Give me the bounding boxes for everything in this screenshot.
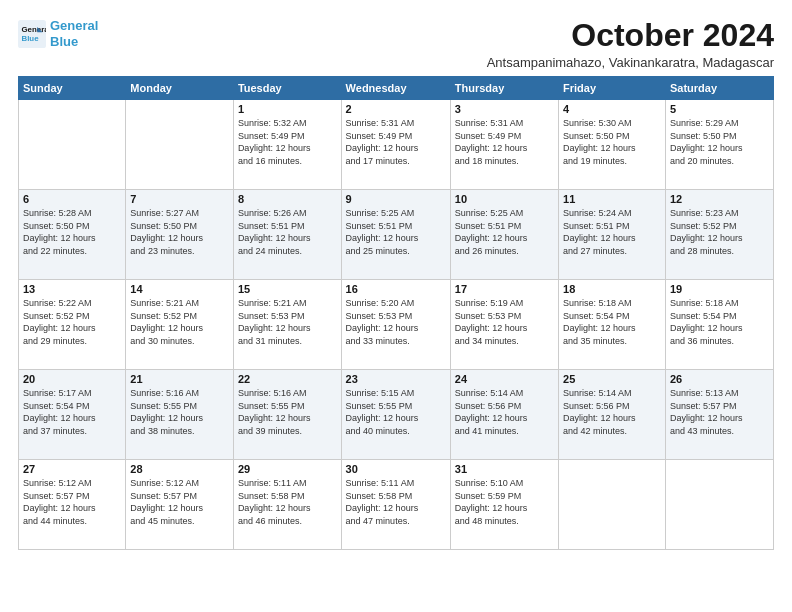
day-info: Sunrise: 5:21 AM Sunset: 5:52 PM Dayligh… <box>130 297 229 347</box>
calendar-week-row: 27Sunrise: 5:12 AM Sunset: 5:57 PM Dayli… <box>19 460 774 550</box>
day-number: 3 <box>455 103 554 115</box>
calendar-cell <box>665 460 773 550</box>
calendar-cell: 20Sunrise: 5:17 AM Sunset: 5:54 PM Dayli… <box>19 370 126 460</box>
calendar-cell: 24Sunrise: 5:14 AM Sunset: 5:56 PM Dayli… <box>450 370 558 460</box>
day-number: 14 <box>130 283 229 295</box>
day-number: 11 <box>563 193 661 205</box>
day-info: Sunrise: 5:20 AM Sunset: 5:53 PM Dayligh… <box>346 297 446 347</box>
calendar-cell: 6Sunrise: 5:28 AM Sunset: 5:50 PM Daylig… <box>19 190 126 280</box>
calendar-cell: 1Sunrise: 5:32 AM Sunset: 5:49 PM Daylig… <box>233 100 341 190</box>
header: General Blue General Blue October 2024 A… <box>18 18 774 70</box>
day-number: 23 <box>346 373 446 385</box>
day-info: Sunrise: 5:11 AM Sunset: 5:58 PM Dayligh… <box>346 477 446 527</box>
day-info: Sunrise: 5:26 AM Sunset: 5:51 PM Dayligh… <box>238 207 337 257</box>
calendar-cell: 29Sunrise: 5:11 AM Sunset: 5:58 PM Dayli… <box>233 460 341 550</box>
calendar-cell: 10Sunrise: 5:25 AM Sunset: 5:51 PM Dayli… <box>450 190 558 280</box>
day-number: 25 <box>563 373 661 385</box>
day-number: 4 <box>563 103 661 115</box>
calendar-cell: 16Sunrise: 5:20 AM Sunset: 5:53 PM Dayli… <box>341 280 450 370</box>
day-info: Sunrise: 5:28 AM Sunset: 5:50 PM Dayligh… <box>23 207 121 257</box>
day-number: 22 <box>238 373 337 385</box>
calendar-header-row: Sunday Monday Tuesday Wednesday Thursday… <box>19 77 774 100</box>
day-number: 26 <box>670 373 769 385</box>
calendar-cell: 3Sunrise: 5:31 AM Sunset: 5:49 PM Daylig… <box>450 100 558 190</box>
day-info: Sunrise: 5:14 AM Sunset: 5:56 PM Dayligh… <box>563 387 661 437</box>
col-friday: Friday <box>559 77 666 100</box>
title-block: October 2024 Antsampanimahazo, Vakinanka… <box>487 18 774 70</box>
day-info: Sunrise: 5:21 AM Sunset: 5:53 PM Dayligh… <box>238 297 337 347</box>
day-info: Sunrise: 5:16 AM Sunset: 5:55 PM Dayligh… <box>238 387 337 437</box>
logo-blue: Blue <box>50 34 78 49</box>
col-thursday: Thursday <box>450 77 558 100</box>
calendar-cell: 23Sunrise: 5:15 AM Sunset: 5:55 PM Dayli… <box>341 370 450 460</box>
day-info: Sunrise: 5:25 AM Sunset: 5:51 PM Dayligh… <box>346 207 446 257</box>
calendar-cell: 7Sunrise: 5:27 AM Sunset: 5:50 PM Daylig… <box>126 190 234 280</box>
logo: General Blue General Blue <box>18 18 98 49</box>
day-info: Sunrise: 5:13 AM Sunset: 5:57 PM Dayligh… <box>670 387 769 437</box>
day-info: Sunrise: 5:29 AM Sunset: 5:50 PM Dayligh… <box>670 117 769 167</box>
day-number: 21 <box>130 373 229 385</box>
calendar-week-row: 13Sunrise: 5:22 AM Sunset: 5:52 PM Dayli… <box>19 280 774 370</box>
calendar-body: 1Sunrise: 5:32 AM Sunset: 5:49 PM Daylig… <box>19 100 774 550</box>
logo-icon: General Blue <box>18 20 46 48</box>
col-monday: Monday <box>126 77 234 100</box>
calendar-cell: 25Sunrise: 5:14 AM Sunset: 5:56 PM Dayli… <box>559 370 666 460</box>
day-number: 8 <box>238 193 337 205</box>
day-info: Sunrise: 5:19 AM Sunset: 5:53 PM Dayligh… <box>455 297 554 347</box>
calendar-cell: 4Sunrise: 5:30 AM Sunset: 5:50 PM Daylig… <box>559 100 666 190</box>
day-number: 7 <box>130 193 229 205</box>
logo-general: General <box>50 18 98 33</box>
calendar-cell: 28Sunrise: 5:12 AM Sunset: 5:57 PM Dayli… <box>126 460 234 550</box>
day-info: Sunrise: 5:10 AM Sunset: 5:59 PM Dayligh… <box>455 477 554 527</box>
day-info: Sunrise: 5:12 AM Sunset: 5:57 PM Dayligh… <box>130 477 229 527</box>
calendar-cell: 30Sunrise: 5:11 AM Sunset: 5:58 PM Dayli… <box>341 460 450 550</box>
day-info: Sunrise: 5:14 AM Sunset: 5:56 PM Dayligh… <box>455 387 554 437</box>
day-info: Sunrise: 5:11 AM Sunset: 5:58 PM Dayligh… <box>238 477 337 527</box>
day-info: Sunrise: 5:17 AM Sunset: 5:54 PM Dayligh… <box>23 387 121 437</box>
calendar-cell: 11Sunrise: 5:24 AM Sunset: 5:51 PM Dayli… <box>559 190 666 280</box>
calendar-cell: 26Sunrise: 5:13 AM Sunset: 5:57 PM Dayli… <box>665 370 773 460</box>
day-number: 17 <box>455 283 554 295</box>
day-number: 10 <box>455 193 554 205</box>
calendar-cell: 15Sunrise: 5:21 AM Sunset: 5:53 PM Dayli… <box>233 280 341 370</box>
day-number: 6 <box>23 193 121 205</box>
page: General Blue General Blue October 2024 A… <box>0 0 792 612</box>
day-number: 28 <box>130 463 229 475</box>
day-info: Sunrise: 5:12 AM Sunset: 5:57 PM Dayligh… <box>23 477 121 527</box>
day-info: Sunrise: 5:16 AM Sunset: 5:55 PM Dayligh… <box>130 387 229 437</box>
col-wednesday: Wednesday <box>341 77 450 100</box>
svg-text:Blue: Blue <box>22 34 40 43</box>
svg-text:General: General <box>22 25 47 34</box>
day-number: 2 <box>346 103 446 115</box>
col-tuesday: Tuesday <box>233 77 341 100</box>
day-info: Sunrise: 5:31 AM Sunset: 5:49 PM Dayligh… <box>346 117 446 167</box>
day-info: Sunrise: 5:18 AM Sunset: 5:54 PM Dayligh… <box>563 297 661 347</box>
day-number: 16 <box>346 283 446 295</box>
calendar-cell: 12Sunrise: 5:23 AM Sunset: 5:52 PM Dayli… <box>665 190 773 280</box>
logo-text: General Blue <box>50 18 98 49</box>
calendar-week-row: 6Sunrise: 5:28 AM Sunset: 5:50 PM Daylig… <box>19 190 774 280</box>
calendar-week-row: 1Sunrise: 5:32 AM Sunset: 5:49 PM Daylig… <box>19 100 774 190</box>
day-number: 13 <box>23 283 121 295</box>
day-info: Sunrise: 5:24 AM Sunset: 5:51 PM Dayligh… <box>563 207 661 257</box>
day-info: Sunrise: 5:32 AM Sunset: 5:49 PM Dayligh… <box>238 117 337 167</box>
day-number: 9 <box>346 193 446 205</box>
calendar-cell: 8Sunrise: 5:26 AM Sunset: 5:51 PM Daylig… <box>233 190 341 280</box>
col-saturday: Saturday <box>665 77 773 100</box>
calendar-cell: 17Sunrise: 5:19 AM Sunset: 5:53 PM Dayli… <box>450 280 558 370</box>
calendar: Sunday Monday Tuesday Wednesday Thursday… <box>18 76 774 550</box>
day-number: 24 <box>455 373 554 385</box>
calendar-cell <box>559 460 666 550</box>
subtitle: Antsampanimahazo, Vakinankaratra, Madaga… <box>487 55 774 70</box>
day-info: Sunrise: 5:23 AM Sunset: 5:52 PM Dayligh… <box>670 207 769 257</box>
calendar-cell: 19Sunrise: 5:18 AM Sunset: 5:54 PM Dayli… <box>665 280 773 370</box>
calendar-cell: 31Sunrise: 5:10 AM Sunset: 5:59 PM Dayli… <box>450 460 558 550</box>
calendar-week-row: 20Sunrise: 5:17 AM Sunset: 5:54 PM Dayli… <box>19 370 774 460</box>
calendar-cell: 2Sunrise: 5:31 AM Sunset: 5:49 PM Daylig… <box>341 100 450 190</box>
day-info: Sunrise: 5:31 AM Sunset: 5:49 PM Dayligh… <box>455 117 554 167</box>
calendar-cell: 22Sunrise: 5:16 AM Sunset: 5:55 PM Dayli… <box>233 370 341 460</box>
day-number: 31 <box>455 463 554 475</box>
day-info: Sunrise: 5:30 AM Sunset: 5:50 PM Dayligh… <box>563 117 661 167</box>
day-number: 29 <box>238 463 337 475</box>
day-number: 19 <box>670 283 769 295</box>
